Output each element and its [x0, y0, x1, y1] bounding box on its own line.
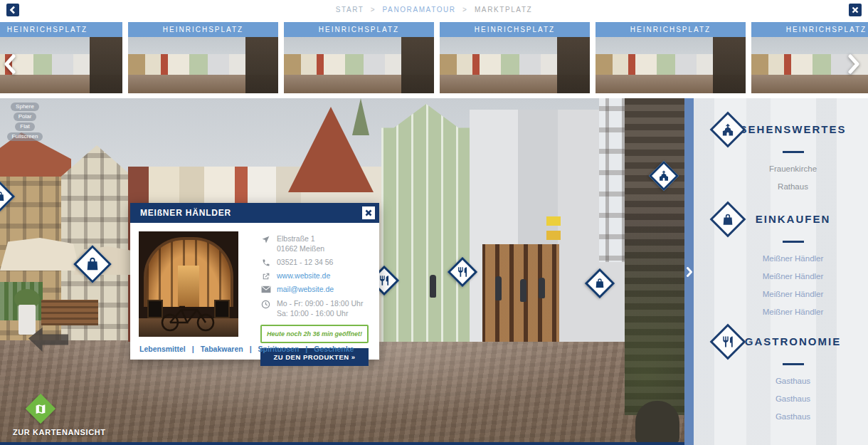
category-lebensmittel[interactable]: Lebensmittel	[139, 345, 186, 353]
map-view-label: ZUR KARTENANSICHT	[13, 428, 106, 436]
thumbnail-image	[596, 37, 746, 93]
thumbnail-title: HEINRICHSPLATZ	[596, 22, 746, 37]
popup-close-button[interactable]	[362, 206, 375, 219]
thumbnails-next-button[interactable]	[847, 53, 865, 75]
panorama-tour-app: START > PANORAMATOUR > MARKTPLATZ HEINRI…	[0, 0, 868, 445]
panorama-yellow-sign	[546, 216, 561, 226]
thumbnail-title: HEINRICHSPLATZ	[0, 22, 122, 37]
hours-line1: Mo - Fr: 09:00 - 18:00 Uhr	[277, 299, 363, 309]
shopping-bag-icon	[85, 256, 100, 272]
category-tabakwaren[interactable]: Tabakwaren	[201, 345, 243, 353]
shopping-bag-icon	[0, 191, 6, 202]
address-line1: Elbstraße 1	[277, 234, 324, 244]
sidebar-item-frauenkirche[interactable]: Frauenkirche	[718, 164, 868, 173]
open-hours-notice: Heute noch 2h 36 min geöffnet!	[260, 325, 369, 343]
chevron-left-icon	[3, 54, 21, 74]
category-spirituosen[interactable]: Spirituosen	[258, 345, 300, 353]
thumbnail-title: HEINRICHSPLATZ	[440, 22, 590, 37]
section-title-gastronomie: GASTRONOMIE	[745, 329, 841, 355]
sidebar-item-meissner-haendler[interactable]: Meißner Händler	[718, 272, 868, 281]
phone-icon	[260, 258, 271, 268]
panorama-bench	[41, 300, 98, 325]
sidebar-section-sehenswertes: SEHENSWERTES Frauenkirche Rathaus	[694, 117, 868, 200]
email-link[interactable]: mail@website.de	[277, 285, 334, 295]
folded-map-icon	[26, 394, 55, 424]
sidebar-item-meissner-haendler[interactable]: Meißner Händler	[718, 290, 868, 298]
breadcrumb-separator: >	[371, 6, 376, 14]
thumbnail-title: HEINRICHSPLATZ	[284, 22, 434, 37]
thumbnail-image	[284, 37, 434, 93]
sidebar-item-meissner-haendler[interactable]: Meißner Händler	[718, 254, 868, 263]
category-geschenke[interactable]: Geschenke	[314, 345, 354, 353]
sidebar-section-einkaufen: EINKAUFEN Meißner Händler Meißner Händle…	[694, 206, 868, 325]
thumbnail-image	[440, 37, 590, 93]
email-row: mail@website.de	[260, 285, 369, 295]
sidebar-item-gasthaus[interactable]: Gasthaus	[718, 394, 868, 403]
section-divider	[783, 241, 804, 243]
thumbnail[interactable]: HEINRICHSPLATZ	[284, 22, 434, 93]
sidebar-section-gastronomie: GASTRONOMIE Gasthaus Gasthaus Gasthaus	[694, 329, 868, 430]
breadcrumb-start[interactable]: START	[336, 6, 364, 14]
envelope-icon	[260, 285, 271, 295]
sidebar-toggle[interactable]	[684, 98, 694, 445]
section-title-einkaufen: EINKAUFEN	[756, 206, 831, 232]
projection-controls: Sphere Polar Flat Fullscreen	[4, 103, 46, 141]
panorama-pedestrian	[495, 276, 502, 300]
top-bar: START > PANORAMATOUR > MARKTPLATZ	[0, 0, 868, 20]
flat-button[interactable]: Flat	[15, 122, 34, 131]
panorama-spire	[350, 98, 371, 135]
breadcrumb: START > PANORAMATOUR > MARKTPLATZ	[0, 0, 868, 20]
sidebar-item-gasthaus[interactable]: Gasthaus	[718, 412, 868, 421]
sidebar-item-gasthaus[interactable]: Gasthaus	[718, 377, 868, 385]
panorama-planter	[18, 305, 36, 335]
bicycle-icon	[156, 301, 221, 335]
poi-sidebar: SEHENSWERTES Frauenkirche Rathaus EINKAU…	[694, 98, 868, 445]
map-view-button[interactable]: ZUR KARTENANSICHT	[13, 394, 127, 438]
thumbnail[interactable]: HEINRICHSPLATZ	[440, 22, 590, 93]
sidebar-item-meissner-haendler[interactable]: Meißner Händler	[718, 308, 868, 316]
website-link[interactable]: www.website.de	[277, 271, 330, 281]
thumbnail-title: HEINRICHSPLATZ	[128, 22, 278, 37]
thumbnail[interactable]: HEINRICHSPLATZ	[128, 22, 278, 93]
close-tour-button[interactable]	[849, 4, 862, 16]
sphere-button[interactable]: Sphere	[11, 103, 39, 111]
thumbnail-row: HEINRICHSPLATZ HEINRICHSPLATZ HEINRICHSP…	[0, 22, 868, 93]
category-separator: |	[305, 345, 307, 353]
address-text: Elbstraße 1 01662 Meißen	[277, 234, 324, 254]
phone-row: 03521 - 12 34 56	[260, 258, 369, 268]
sidebar-item-rathaus[interactable]: Rathaus	[718, 182, 868, 191]
address-line2: 01662 Meißen	[277, 244, 324, 254]
breadcrumb-separator: >	[462, 6, 467, 14]
chevron-right-icon	[847, 54, 865, 74]
x-icon	[852, 6, 859, 14]
thumbnail-strip: HEINRICHSPLATZ HEINRICHSPLATZ HEINRICHSP…	[0, 20, 868, 98]
popup-header: MEIßNER HÄNLDER	[130, 203, 379, 223]
panorama-stone-pillar	[625, 98, 694, 415]
category-separator: |	[192, 345, 194, 353]
thumbnails-prev-button[interactable]	[3, 53, 21, 75]
x-icon	[365, 209, 372, 216]
fullscreen-button[interactable]: Fullscreen	[7, 132, 43, 141]
restaurant-icon	[379, 275, 390, 286]
phone-number: 03521 - 12 34 56	[277, 258, 333, 268]
category-separator: |	[250, 345, 252, 353]
polar-button[interactable]: Polar	[14, 112, 37, 121]
thumbnail[interactable]: HEINRICHSPLATZ	[596, 22, 746, 93]
thumbnail-title: HEINRICHSPLATZ	[751, 22, 868, 37]
category-links: Lebensmittel | Tabakwaren | Spirituosen …	[139, 345, 354, 353]
breadcrumb-panoramatour[interactable]: PANORAMATOUR	[383, 6, 456, 14]
hours-text: Mo - Fr: 09:00 - 18:00 Uhr Sa: 10:00 - 1…	[277, 299, 363, 319]
shopping-bag-icon	[710, 201, 746, 238]
external-link-icon	[260, 271, 271, 281]
shop-photo	[139, 231, 238, 337]
clock-icon	[260, 299, 271, 319]
panorama-stone-pot	[635, 401, 679, 445]
church-icon	[658, 170, 669, 182]
location-arrow-icon	[260, 234, 271, 254]
panorama-bottom-bar	[0, 442, 694, 445]
panorama-pedestrian	[520, 279, 526, 302]
hours-row: Mo - Fr: 09:00 - 18:00 Uhr Sa: 10:00 - 1…	[260, 299, 369, 319]
address-row: Elbstraße 1 01662 Meißen	[260, 234, 369, 254]
thumbnail-image	[128, 37, 278, 93]
breadcrumb-marktplatz: MARKTPLATZ	[475, 6, 532, 14]
